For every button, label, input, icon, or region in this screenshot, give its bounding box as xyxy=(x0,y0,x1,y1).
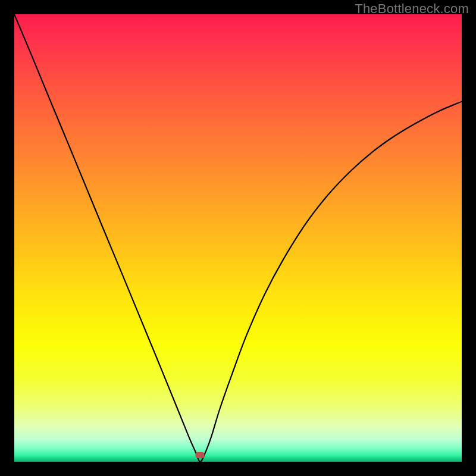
watermark-text: TheBottleneck.com xyxy=(355,1,469,17)
optimal-point-marker xyxy=(196,452,205,458)
chart-container: TheBottleneck.com xyxy=(0,0,476,476)
bottleneck-curve xyxy=(14,14,462,462)
